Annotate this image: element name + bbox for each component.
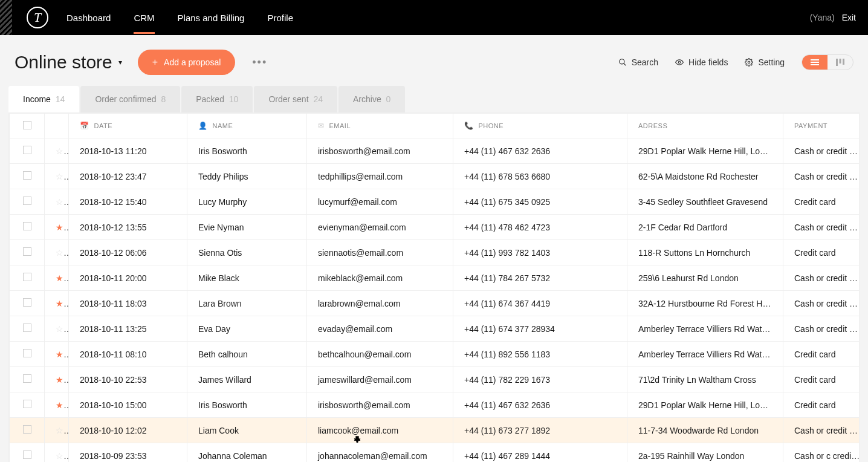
tab-income[interactable]: Income 14	[8, 86, 79, 112]
tab-count: 0	[386, 94, 391, 104]
checkbox-icon	[23, 324, 31, 332]
add-proposal-button[interactable]: + Add a proposal	[138, 50, 236, 75]
page-title-dropdown[interactable]: Online store ▾	[15, 52, 122, 73]
star-icon: ★	[56, 350, 69, 359]
nav-profile[interactable]: Profile	[267, 2, 293, 34]
header: T Dashboard CRM Plans and Billing Profil…	[0, 0, 868, 35]
logo[interactable]: T	[27, 7, 48, 28]
row-star-cell[interactable]: ☆	[45, 443, 69, 463]
payment-header-label: PAYMENT	[794, 122, 828, 129]
row-checkbox-cell[interactable]	[10, 316, 45, 342]
phone-header[interactable]: 📞PHONE	[453, 114, 627, 138]
nav-plans-billing[interactable]: Plans and Billing	[178, 2, 245, 34]
tab-count: 24	[313, 94, 323, 104]
table-row[interactable]: ★2018-10-10 15:00Iris Bosworthirisboswor…	[10, 392, 860, 418]
address-header[interactable]: ADRESS	[627, 114, 783, 138]
tab-order-sent[interactable]: Order sent 24	[254, 86, 337, 112]
row-star-cell[interactable]: ★	[45, 392, 69, 418]
row-star-cell[interactable]: ★	[45, 265, 69, 291]
hide-fields-button[interactable]: Hide fields	[675, 57, 728, 67]
tab-label: Order confirmed	[95, 94, 156, 104]
tab-packed[interactable]: Packed 10	[181, 86, 253, 112]
list-view-button[interactable]	[802, 55, 828, 70]
calendar-icon: 📅	[80, 122, 89, 130]
row-checkbox-cell[interactable]	[10, 189, 45, 215]
nav-dashboard[interactable]: Dashboard	[66, 2, 111, 34]
row-checkbox-cell[interactable]	[10, 164, 45, 189]
cell-payment: Cash or credit card	[783, 291, 860, 316]
select-all-header[interactable]	[10, 114, 45, 138]
row-checkbox-cell[interactable]	[10, 392, 45, 418]
add-proposal-label: Add a proposal	[164, 57, 221, 67]
orders-table: 📅DATE 👤NAME ✉EMAIL 📞PHONE ADRESS PAYMENT…	[9, 113, 860, 462]
checkbox-icon	[23, 400, 31, 408]
checkbox-icon	[23, 197, 31, 205]
table-row[interactable]: ☆2018-10-10 12:02Liam Cookliamcook@email…	[10, 418, 860, 443]
payment-header[interactable]: PAYMENT	[783, 114, 860, 138]
nav-crm[interactable]: CRM	[134, 2, 154, 34]
search-button[interactable]: Search	[618, 57, 658, 67]
row-star-cell[interactable]: ★	[45, 367, 69, 392]
cell-date: 2018-10-12 23:47	[69, 164, 187, 189]
cell-date: 2018-10-11 18:03	[69, 291, 187, 316]
row-checkbox-cell[interactable]	[10, 138, 45, 164]
cell-payment: Cash or credit card	[783, 138, 860, 164]
row-star-cell[interactable]: ☆	[45, 138, 69, 164]
svg-point-2	[678, 61, 681, 63]
cell-date: 2018-10-13 11:20	[69, 138, 187, 164]
cell-payment: Credit card	[783, 189, 860, 215]
row-checkbox-cell[interactable]	[10, 342, 45, 367]
cell-phone: +44 (11) 675 345 0925	[453, 189, 627, 215]
table-row[interactable]: ★2018-10-11 08:10Beth calhounbethcalhoun…	[10, 342, 860, 367]
exit-link[interactable]: Exit	[842, 13, 856, 22]
row-checkbox-cell[interactable]	[10, 367, 45, 392]
table-row[interactable]: ★2018-10-12 13:55Evie Nymanevienyman@ema…	[10, 215, 860, 240]
table-row[interactable]: ☆2018-10-12 23:47Teddy Philipstedphillip…	[10, 164, 860, 189]
row-star-cell[interactable]: ★	[45, 215, 69, 240]
row-star-cell[interactable]: ★	[45, 291, 69, 316]
setting-button[interactable]: Setting	[745, 57, 785, 67]
table-row[interactable]: ☆2018-10-13 11:20Iris Bosworthirisboswor…	[10, 138, 860, 164]
row-star-cell[interactable]: ☆	[45, 189, 69, 215]
date-header[interactable]: 📅DATE	[69, 114, 187, 138]
table-row[interactable]: ★2018-10-10 22:53James Willardjameswilla…	[10, 367, 860, 392]
cell-email: evaday@email.com	[307, 316, 453, 342]
board-view-button[interactable]	[828, 55, 853, 70]
row-star-cell[interactable]: ☆	[45, 316, 69, 342]
svg-rect-8	[840, 59, 841, 63]
row-checkbox-cell[interactable]	[10, 443, 45, 463]
table-row[interactable]: ★2018-10-11 20:00Mike Blackmikeblack@ema…	[10, 265, 860, 291]
name-header[interactable]: 👤NAME	[187, 114, 307, 138]
email-header[interactable]: ✉EMAIL	[307, 114, 453, 138]
cell-address: Amberley Terrace Villiers Rd Watford	[627, 316, 783, 342]
star-icon: ☆	[56, 324, 69, 334]
row-checkbox-cell[interactable]	[10, 240, 45, 265]
table-row[interactable]: ☆2018-10-12 06:06Sienna Otissiennaotis@e…	[10, 240, 860, 265]
more-options-button[interactable]: •••	[252, 56, 267, 69]
row-star-cell[interactable]: ★	[45, 342, 69, 367]
row-checkbox-cell[interactable]	[10, 291, 45, 316]
svg-rect-9	[843, 59, 844, 65]
cell-name: Evie Nyman	[187, 215, 307, 240]
cell-phone: +44 (11) 467 632 2636	[453, 138, 627, 164]
row-star-cell[interactable]: ☆	[45, 240, 69, 265]
table-row[interactable]: ☆2018-10-12 15:40Lucy Murphylucymurf@ema…	[10, 189, 860, 215]
row-checkbox-cell[interactable]	[10, 265, 45, 291]
table-row[interactable]: ☆2018-10-09 23:53Johanna Colemanjohannac…	[10, 443, 860, 463]
status-tabs: Income 14 Order confirmed 8 Packed 10 Or…	[8, 86, 860, 112]
tab-archive[interactable]: Archive 0	[338, 86, 405, 112]
table-row[interactable]: ★2018-10-11 18:03Lara Brownlarabrown@ema…	[10, 291, 860, 316]
cell-date: 2018-10-11 13:25	[69, 316, 187, 342]
decorative-pattern	[0, 0, 12, 35]
row-star-cell[interactable]: ☆	[45, 418, 69, 443]
logo-letter: T	[34, 10, 41, 25]
cell-email: jameswillard@email.com	[307, 367, 453, 392]
tab-order-confirmed[interactable]: Order confirmed 8	[80, 86, 180, 112]
row-star-cell[interactable]: ☆	[45, 164, 69, 189]
row-checkbox-cell[interactable]	[10, 215, 45, 240]
phone-icon: 📞	[464, 122, 474, 130]
row-checkbox-cell[interactable]	[10, 418, 45, 443]
date-header-label: DATE	[94, 122, 113, 129]
cell-phone: +44 (11) 674 367 4419	[453, 291, 627, 316]
table-row[interactable]: ☆2018-10-11 13:25Eva Dayevaday@email.com…	[10, 316, 860, 342]
